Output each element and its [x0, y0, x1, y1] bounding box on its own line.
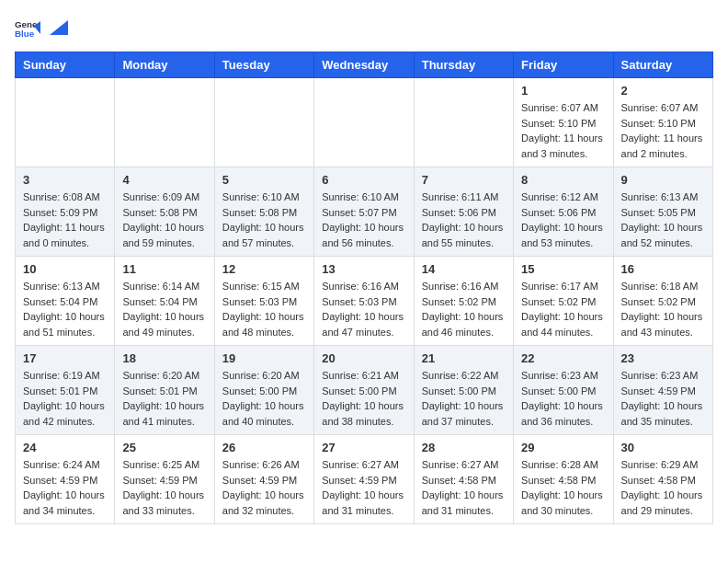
day-info: Sunset: 5:02 PM [521, 294, 605, 310]
calendar-cell: 8Sunrise: 6:12 AMSunset: 5:06 PMDaylight… [514, 167, 613, 257]
logo: General Blue [15, 15, 68, 40]
svg-marker-3 [50, 20, 68, 35]
day-number: 29 [521, 441, 605, 454]
calendar-cell: 5Sunrise: 6:10 AMSunset: 5:08 PMDaylight… [214, 167, 313, 257]
day-info: Sunrise: 6:10 AM [322, 190, 405, 205]
day-info: Daylight: 10 hours and 48 minutes. [222, 309, 306, 339]
calendar-cell: 16Sunrise: 6:18 AMSunset: 5:02 PMDayligh… [613, 257, 712, 346]
day-info: Sunrise: 6:18 AM [621, 279, 705, 294]
svg-text:Blue: Blue [15, 29, 35, 39]
day-number: 9 [621, 173, 705, 187]
day-info: Sunrise: 6:13 AM [23, 279, 107, 294]
calendar-cell: 21Sunrise: 6:22 AMSunset: 5:00 PMDayligh… [414, 346, 513, 435]
day-info: Sunrise: 6:17 AM [521, 279, 605, 294]
calendar-cell: 30Sunrise: 6:29 AMSunset: 4:58 PMDayligh… [613, 435, 712, 524]
page-header: General Blue [15, 15, 713, 40]
day-info: Daylight: 10 hours and 40 minutes. [222, 398, 306, 429]
day-info: Sunrise: 6:07 AM [521, 100, 605, 116]
calendar-week-row: 17Sunrise: 6:19 AMSunset: 5:01 PMDayligh… [16, 346, 713, 435]
calendar-cell: 1Sunrise: 6:07 AMSunset: 5:10 PMDaylight… [514, 78, 613, 167]
calendar-cell: 12Sunrise: 6:15 AMSunset: 5:03 PMDayligh… [214, 257, 313, 346]
logo-icon: General Blue [15, 15, 40, 40]
day-number: 12 [222, 262, 306, 276]
day-info: Daylight: 10 hours and 29 minutes. [621, 488, 705, 518]
day-info: Sunrise: 6:20 AM [122, 368, 206, 384]
calendar-cell [115, 78, 214, 167]
calendar-cell: 10Sunrise: 6:13 AMSunset: 5:04 PMDayligh… [16, 257, 115, 346]
day-number: 26 [222, 441, 306, 454]
calendar-cell: 22Sunrise: 6:23 AMSunset: 5:00 PMDayligh… [514, 346, 613, 435]
calendar-cell [16, 78, 115, 167]
day-info: Sunset: 5:06 PM [521, 205, 605, 221]
day-number: 27 [322, 441, 405, 454]
day-info: Sunset: 5:02 PM [621, 294, 705, 310]
day-info: Sunrise: 6:28 AM [521, 457, 605, 473]
day-info: Sunrise: 6:21 AM [322, 368, 405, 384]
calendar-cell: 17Sunrise: 6:19 AMSunset: 5:01 PMDayligh… [16, 346, 115, 435]
day-info: Sunset: 5:04 PM [23, 294, 107, 310]
day-number: 16 [621, 262, 705, 276]
day-info: Sunset: 5:00 PM [422, 384, 506, 399]
day-info: Sunset: 4:59 PM [23, 473, 107, 488]
day-info: Daylight: 11 hours and 0 minutes. [23, 220, 107, 250]
day-number: 1 [521, 84, 605, 98]
calendar-week-row: 10Sunrise: 6:13 AMSunset: 5:04 PMDayligh… [16, 257, 713, 346]
day-number: 23 [621, 351, 705, 365]
day-info: Sunset: 4:58 PM [621, 473, 705, 488]
day-number: 24 [23, 441, 107, 454]
day-number: 20 [322, 351, 405, 365]
day-info: Daylight: 10 hours and 30 minutes. [521, 488, 605, 518]
day-info: Sunset: 5:02 PM [422, 294, 506, 310]
day-info: Daylight: 10 hours and 37 minutes. [422, 398, 506, 429]
calendar-cell: 19Sunrise: 6:20 AMSunset: 5:00 PMDayligh… [214, 346, 313, 435]
day-info: Daylight: 11 hours and 3 minutes. [521, 131, 605, 161]
calendar-cell: 20Sunrise: 6:21 AMSunset: 5:00 PMDayligh… [314, 346, 414, 435]
day-number: 18 [122, 351, 206, 365]
day-info: Sunset: 5:06 PM [422, 205, 506, 221]
day-info: Sunset: 4:59 PM [222, 473, 306, 488]
day-number: 11 [122, 262, 206, 276]
day-info: Daylight: 10 hours and 35 minutes. [621, 398, 705, 429]
calendar-cell [214, 78, 313, 167]
day-info: Daylight: 10 hours and 51 minutes. [23, 309, 107, 339]
day-number: 10 [23, 262, 107, 276]
day-number: 28 [422, 441, 506, 454]
day-info: Daylight: 10 hours and 44 minutes. [521, 309, 605, 339]
day-info: Sunset: 5:00 PM [222, 384, 306, 399]
calendar-week-row: 1Sunrise: 6:07 AMSunset: 5:10 PMDaylight… [16, 78, 713, 167]
day-info: Sunset: 5:08 PM [222, 205, 306, 221]
day-info: Sunset: 4:58 PM [521, 473, 605, 488]
calendar-header-row: SundayMondayTuesdayWednesdayThursdayFrid… [16, 52, 713, 78]
calendar-cell: 4Sunrise: 6:09 AMSunset: 5:08 PMDaylight… [115, 167, 214, 257]
day-info: Daylight: 10 hours and 32 minutes. [222, 488, 306, 518]
day-info: Sunrise: 6:25 AM [122, 457, 206, 473]
day-info: Daylight: 10 hours and 31 minutes. [322, 488, 405, 518]
day-number: 15 [521, 262, 605, 276]
calendar-cell: 24Sunrise: 6:24 AMSunset: 4:59 PMDayligh… [16, 435, 115, 524]
weekday-header: Wednesday [314, 52, 414, 78]
calendar-table: SundayMondayTuesdayWednesdayThursdayFrid… [15, 52, 713, 524]
logo-triangle [50, 20, 68, 35]
day-info: Sunrise: 6:29 AM [621, 457, 705, 473]
day-info: Sunrise: 6:22 AM [422, 368, 506, 384]
day-info: Sunset: 4:59 PM [621, 384, 705, 399]
day-number: 22 [521, 351, 605, 365]
day-number: 13 [322, 262, 405, 276]
calendar-cell: 29Sunrise: 6:28 AMSunset: 4:58 PMDayligh… [514, 435, 613, 524]
weekday-header: Friday [514, 52, 613, 78]
day-info: Sunset: 5:03 PM [322, 294, 405, 310]
calendar-cell [314, 78, 414, 167]
day-info: Sunrise: 6:23 AM [621, 368, 705, 384]
day-info: Sunrise: 6:24 AM [23, 457, 107, 473]
day-info: Daylight: 10 hours and 59 minutes. [122, 220, 206, 250]
day-info: Daylight: 10 hours and 52 minutes. [621, 220, 705, 250]
day-info: Sunrise: 6:15 AM [222, 279, 306, 294]
calendar-cell: 25Sunrise: 6:25 AMSunset: 4:59 PMDayligh… [115, 435, 214, 524]
logo-general-text [48, 20, 68, 35]
day-number: 17 [23, 351, 107, 365]
day-info: Sunrise: 6:11 AM [422, 190, 506, 205]
day-info: Sunset: 5:09 PM [23, 205, 107, 221]
day-info: Daylight: 10 hours and 33 minutes. [122, 488, 206, 518]
day-info: Sunrise: 6:14 AM [122, 279, 206, 294]
day-info: Daylight: 10 hours and 55 minutes. [422, 220, 506, 250]
